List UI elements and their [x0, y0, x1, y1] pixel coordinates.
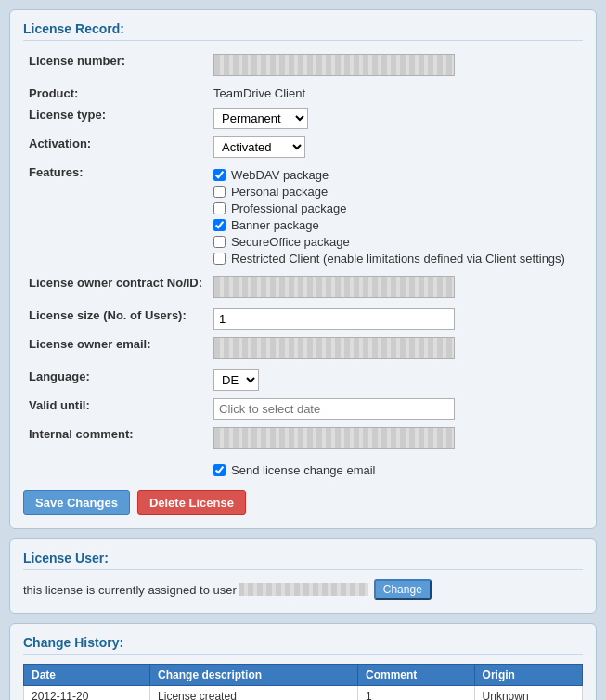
language-row: Language: DE EN FR ES: [23, 366, 583, 395]
owner-contract-value: [208, 272, 583, 305]
activation-select[interactable]: Activated Deactivated: [213, 136, 305, 158]
language-value: DE EN FR ES: [208, 366, 583, 395]
license-record-form: License number: Product: TeamDrive Clien…: [23, 50, 583, 481]
owner-contract-label: License owner contract No/ID:: [23, 272, 208, 305]
language-label: Language:: [23, 366, 208, 395]
owner-email-value: [208, 333, 583, 366]
delete-license-button[interactable]: Delete License: [137, 490, 246, 515]
buttons-row: Save Changes Delete License: [23, 490, 583, 515]
language-select[interactable]: DE EN FR ES: [213, 369, 259, 391]
feature-personal: Personal package: [213, 185, 577, 199]
activation-row: Activation: Activated Deactivated: [23, 133, 583, 162]
license-user-row: this license is currently assigned to us…: [23, 579, 583, 600]
license-user-panel: License User: this license is currently …: [9, 538, 597, 614]
col-date: Date: [24, 665, 150, 686]
license-number-row: License number:: [23, 50, 583, 83]
license-type-select[interactable]: Permanent Subscription Trial: [213, 108, 308, 129]
feature-webdav-checkbox[interactable]: [213, 169, 226, 181]
product-row: Product: TeamDrive Client: [23, 83, 583, 104]
license-number-label: License number:: [23, 50, 208, 83]
feature-personal-label: Personal package: [231, 185, 328, 199]
owner-contract-blurred: [213, 276, 455, 298]
license-size-value: [208, 305, 583, 333]
license-size-input[interactable]: [213, 308, 455, 330]
valid-until-input[interactable]: [213, 398, 455, 420]
send-email-checkbox[interactable]: [213, 464, 226, 476]
send-email-container: Send license change email: [213, 463, 577, 477]
feature-professional: Professional package: [213, 201, 577, 215]
feature-banner-checkbox[interactable]: [213, 219, 226, 231]
table-row: 2012-11-20License created1Unknown: [24, 686, 583, 701]
license-number-value: [208, 50, 583, 83]
col-comment: Comment: [358, 665, 475, 686]
send-email-label: Send license change email: [231, 463, 375, 477]
send-email-spacer: [23, 456, 208, 481]
features-row: Features: WebDAV package Personal packag…: [23, 162, 583, 272]
col-origin: Origin: [474, 665, 582, 686]
change-history-table: Date Change description Comment Origin 2…: [23, 664, 583, 700]
license-record-panel: License Record: License number: Product:…: [9, 9, 597, 529]
feature-webdav: WebDAV package: [213, 168, 577, 182]
license-size-row: License size (No. of Users):: [23, 305, 583, 333]
license-type-row: License type: Permanent Subscription Tri…: [23, 104, 583, 133]
feature-restricted-label: Restricted Client (enable limitations de…: [231, 252, 565, 266]
license-user-blurred: [239, 583, 368, 596]
save-changes-button[interactable]: Save Changes: [23, 490, 130, 515]
activation-container: Activated Deactivated: [213, 136, 577, 158]
feature-professional-checkbox[interactable]: [213, 202, 226, 214]
feature-webdav-label: WebDAV package: [231, 168, 329, 182]
product-label: Product:: [23, 83, 208, 104]
license-record-title: License Record:: [23, 21, 583, 41]
feature-secureoffice: SecureOffice package: [213, 235, 577, 249]
feature-professional-label: Professional package: [231, 201, 346, 215]
valid-until-row: Valid until:: [23, 395, 583, 423]
feature-personal-checkbox[interactable]: [213, 186, 226, 198]
valid-until-label: Valid until:: [23, 395, 208, 423]
features-value: WebDAV package Personal package Professi…: [208, 162, 583, 272]
owner-email-blurred: [213, 337, 455, 359]
internal-comment-row: Internal comment:: [23, 423, 583, 456]
license-type-value: Permanent Subscription Trial: [208, 104, 583, 133]
cell-origin: Unknown: [474, 686, 582, 701]
cell-comment: 1: [358, 686, 475, 701]
feature-banner-label: Banner package: [231, 218, 319, 232]
change-history-title: Change History:: [23, 635, 583, 655]
change-history-header-row: Date Change description Comment Origin: [24, 665, 583, 686]
owner-email-row: License owner email:: [23, 333, 583, 366]
send-email-value: Send license change email: [208, 456, 583, 481]
feature-restricted: Restricted Client (enable limitations de…: [213, 252, 577, 266]
owner-contract-row: License owner contract No/ID:: [23, 272, 583, 305]
activation-value: Activated Deactivated: [208, 133, 583, 162]
cell-date: 2012-11-20: [24, 686, 150, 701]
cell-description: License created: [150, 686, 358, 701]
feature-secureoffice-label: SecureOffice package: [231, 235, 350, 249]
valid-until-value: [208, 395, 583, 423]
feature-banner: Banner package: [213, 218, 577, 232]
change-user-button[interactable]: Change: [374, 579, 432, 600]
license-user-text: this license is currently assigned to us…: [23, 583, 237, 597]
license-type-label: License type:: [23, 104, 208, 133]
col-description: Change description: [150, 665, 358, 686]
internal-comment-blurred: [213, 427, 455, 449]
send-email-row: Send license change email: [23, 456, 583, 481]
product-value: TeamDrive Client: [208, 83, 583, 104]
license-user-title: License User:: [23, 551, 583, 570]
activation-label: Activation:: [23, 133, 208, 162]
internal-comment-label: Internal comment:: [23, 423, 208, 456]
license-number-blurred: [213, 54, 455, 76]
license-size-label: License size (No. of Users):: [23, 305, 208, 333]
owner-email-label: License owner email:: [23, 333, 208, 366]
change-history-panel: Change History: Date Change description …: [9, 623, 597, 700]
feature-restricted-checkbox[interactable]: [213, 253, 226, 265]
internal-comment-value: [208, 423, 583, 456]
features-label: Features:: [23, 162, 208, 272]
feature-secureoffice-checkbox[interactable]: [213, 236, 226, 248]
